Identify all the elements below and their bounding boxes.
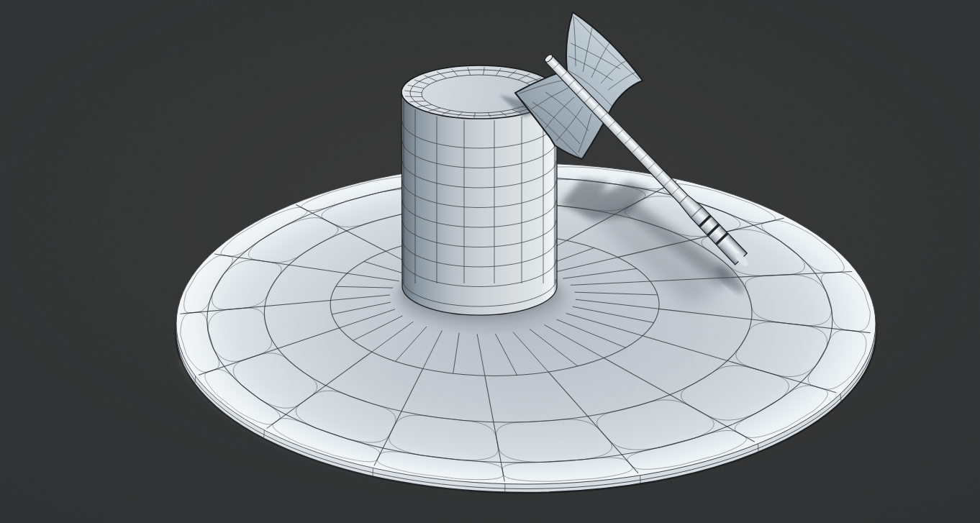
viewport-3d[interactable]: [0, 0, 980, 523]
render-canvas[interactable]: [0, 0, 980, 523]
film-grain-overlay: [0, 0, 980, 523]
